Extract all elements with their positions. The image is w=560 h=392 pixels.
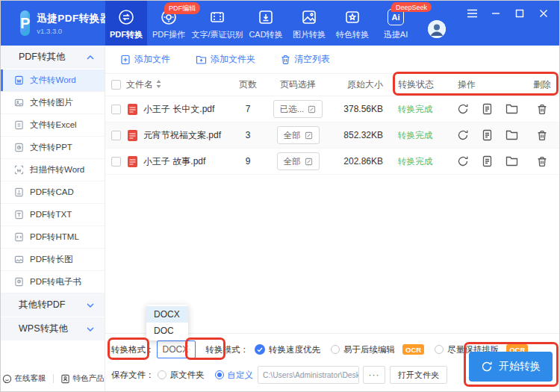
browse-button[interactable]: ···: [363, 366, 385, 384]
tab-special[interactable]: 特色转换: [331, 1, 374, 46]
folder-plus-icon: [196, 55, 207, 64]
file-name: 元宵节祝福文案.pdf: [143, 129, 221, 142]
product-badge-icon: [60, 374, 70, 384]
file-plus-icon: [120, 55, 131, 65]
save-original-folder[interactable]: 原文件夹: [158, 370, 205, 381]
sidebar: PDF转其他 文件转Word 文件转图片 文件转Excel 文件转PPT 扫描件…: [1, 46, 105, 391]
edit-icon: [308, 105, 316, 113]
sidebar-item-pdf-to-txt[interactable]: PDF转TXT: [1, 204, 105, 226]
delete-row-icon[interactable]: [537, 104, 547, 115]
page-select-button[interactable]: 全部: [277, 152, 320, 170]
tab-pdf-ops[interactable]: PDF编辑 PDF操作: [147, 1, 190, 46]
row-checkbox[interactable]: [111, 157, 121, 167]
sidebar-item-file-to-word[interactable]: 文件转Word: [1, 69, 105, 92]
long-image-icon: [14, 255, 24, 264]
txt-doc-icon: [14, 210, 24, 220]
select-all-checkbox[interactable]: [111, 80, 121, 90]
page-select-button[interactable]: 已选...: [273, 100, 323, 118]
file-toolbar: 添加文件 添加文件夹 清空列表: [105, 46, 559, 74]
sidebar-item-label: 文件转PPT: [30, 142, 72, 153]
col-status: 转换状态: [398, 78, 452, 91]
open-file-icon[interactable]: [482, 103, 493, 115]
star-square-icon: [343, 7, 361, 27]
sidebar-item-file-to-excel[interactable]: 文件转Excel: [1, 114, 105, 137]
pdf-file-icon: [126, 129, 139, 142]
row-checkbox[interactable]: [111, 105, 121, 114]
col-filename[interactable]: 文件名: [126, 78, 232, 91]
file-name: 小王子 故事.pdf: [143, 155, 205, 168]
sidebar-group-pdf-to-other[interactable]: PDF转其他: [1, 46, 105, 69]
sidebar-item-pdf-to-longimage[interactable]: PDF转长图: [1, 249, 105, 271]
open-folder-icon[interactable]: [505, 129, 518, 141]
sidebar-group-wps-to-other[interactable]: WPS转其他: [1, 317, 105, 341]
tab-pdf-convert[interactable]: PDF转换: [105, 1, 147, 46]
group-label: WPS转其他: [19, 323, 68, 335]
featured-products-link[interactable]: 特色产品: [60, 373, 105, 384]
reconvert-icon[interactable]: [457, 129, 469, 141]
reconvert-icon[interactable]: [457, 155, 469, 167]
tab-image[interactable]: 图片转换: [287, 1, 331, 46]
mode-easy-edit[interactable]: 易于后续编辑 OCR: [331, 344, 424, 355]
open-folder-icon[interactable]: [505, 103, 518, 115]
open-folder-button[interactable]: 打开文件夹: [390, 366, 447, 384]
table-header: 文件名 页数 页码选择 原始大小 转换状态 操作 删除: [105, 74, 559, 96]
page-select-button[interactable]: 全部: [277, 126, 320, 144]
group-label: PDF转其他: [19, 51, 66, 63]
radio-unchecked-icon: [435, 345, 444, 354]
menu-icon[interactable]: [462, 4, 482, 23]
delete-row-icon[interactable]: [537, 156, 547, 167]
maximize-icon[interactable]: [510, 4, 529, 23]
page-count: 7: [232, 104, 264, 114]
tab-ai[interactable]: DeepSeek Ai 迅捷AI: [374, 1, 417, 46]
add-file-button[interactable]: 添加文件: [120, 53, 170, 66]
ocr-badge: OCR: [402, 344, 424, 355]
minimize-icon[interactable]: [486, 4, 505, 23]
format-select[interactable]: DOCX: [157, 340, 196, 358]
status-badge: 转换完成: [398, 130, 452, 141]
open-folder-icon[interactable]: [505, 155, 518, 167]
online-service-link[interactable]: 在线客服: [2, 373, 46, 384]
table-row[interactable]: 小王子 故事.pdf 9 全部 202.86KB 转换完成: [105, 149, 559, 175]
sidebar-item-label: 文件转Excel: [30, 119, 77, 131]
mode-label: 转换模式：: [206, 344, 249, 355]
sidebar-item-file-to-ppt[interactable]: 文件转PPT: [1, 137, 105, 159]
pdf-file-icon: [126, 103, 139, 116]
dropdown-option-doc[interactable]: DOC: [146, 323, 188, 339]
radio-unchecked-icon: [331, 345, 340, 354]
table-row[interactable]: 小王子 长中文.pdf 7 已选... 378.56KB 转换完成: [105, 96, 559, 122]
sidebar-item-label: PDF转HTML: [30, 231, 79, 243]
sidebar-group-other-to-pdf[interactable]: 其他转PDF: [1, 293, 105, 317]
tab-label: 迅捷AI: [384, 29, 408, 40]
clear-list-button[interactable]: 清空列表: [281, 53, 330, 66]
reconvert-icon[interactable]: [457, 103, 469, 115]
app-title: 迅捷PDF转换器: [37, 12, 111, 25]
open-file-icon[interactable]: [482, 129, 493, 141]
user-avatar[interactable]: [428, 20, 446, 38]
excel-doc-icon: [14, 120, 24, 130]
tab-label: PDF转换: [110, 29, 143, 40]
format-dropdown-menu: DOCX DOC: [146, 305, 188, 340]
col-delete: 删除: [523, 78, 560, 91]
sidebar-item-pdf-to-cad[interactable]: PDF转CAD: [1, 181, 105, 204]
dropdown-option-docx[interactable]: DOCX: [146, 306, 188, 323]
sidebar-item-label: 文件转Word: [30, 75, 76, 86]
table-row[interactable]: 元宵节祝福文案.pdf 3 全部 852.32KB 转换完成: [105, 122, 559, 149]
start-convert-button[interactable]: 开始转换: [469, 352, 553, 382]
sidebar-item-pdf-to-html[interactable]: PDF转HTML: [1, 226, 105, 249]
add-folder-button[interactable]: 添加文件夹: [196, 53, 255, 66]
sidebar-item-scan-to-word[interactable]: 扫描件转Word: [1, 159, 105, 181]
row-checkbox[interactable]: [111, 131, 121, 140]
tab-cad[interactable]: CAD转换: [244, 1, 287, 46]
sidebar-item-file-to-image[interactable]: 文件转图片: [1, 92, 105, 114]
sidebar-item-pdf-to-ebook[interactable]: PDF转电子书: [1, 271, 105, 293]
save-path-input[interactable]: C:\Users\Administrator\Desktop: [258, 366, 359, 384]
chevron-down-icon: [87, 327, 94, 332]
mode-speed-first[interactable]: 转换速度优先: [255, 344, 320, 355]
open-file-icon[interactable]: [482, 155, 493, 167]
chevron-up-icon: [188, 347, 190, 352]
sort-icon[interactable]: [156, 80, 161, 88]
close-icon[interactable]: [534, 4, 553, 23]
save-custom[interactable]: 自定义: [215, 370, 254, 381]
delete-row-icon[interactable]: [537, 130, 547, 141]
sidebar-item-label: PDF转TXT: [30, 209, 72, 220]
